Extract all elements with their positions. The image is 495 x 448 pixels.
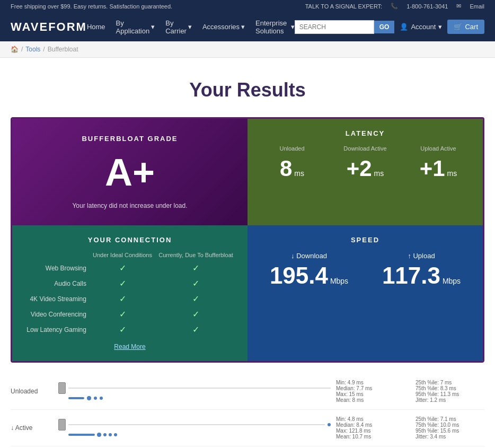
stat-details-download: Min: 4.8 ms 25th %ile: 7.1 ms Median: 8.… bbox=[336, 416, 484, 440]
logo[interactable]: WAVEFORM bbox=[11, 20, 87, 34]
search-bar: GO bbox=[295, 20, 395, 34]
latency-upload-value: +1 bbox=[420, 156, 445, 181]
upload-value: 117.3 bbox=[382, 262, 440, 288]
latency-unloaded: Unloaded 8 ms bbox=[258, 145, 326, 181]
stat-median-1: Median: 8.4 ms bbox=[336, 422, 405, 428]
stat-max-0: Max: 15 ms bbox=[336, 391, 405, 397]
connection-row-label: 4K Video Streaming bbox=[24, 292, 89, 306]
chevron-down-icon: ▾ bbox=[438, 23, 442, 31]
stat-row-unloaded: Unloaded Min: 4.9 ms 25th %ile: 7 ms bbox=[11, 373, 484, 410]
check-icon: ✓ bbox=[192, 310, 199, 319]
latency-title: LATENCY bbox=[258, 129, 472, 137]
upload-direction: ↑ Upload bbox=[370, 252, 472, 260]
top-bar-right: TALK TO A SIGNAL EXPERT: 📞 1-800-761-304… bbox=[305, 3, 484, 10]
check-icon: ✓ bbox=[119, 294, 126, 303]
breadcrumb-tools[interactable]: Tools bbox=[25, 46, 40, 53]
check-icon: ✓ bbox=[119, 325, 126, 334]
breadcrumb-home[interactable]: 🏠 bbox=[11, 46, 19, 53]
table-row: Web Browsing ✓ ✓ bbox=[24, 261, 236, 275]
stat-75th-0: 75th %ile: 8.3 ms bbox=[416, 385, 484, 391]
connection-title: YOUR CONNECTION bbox=[23, 236, 237, 244]
latency-unloaded-value: 8 bbox=[280, 156, 292, 181]
grade-description: Your latency did not increase under load… bbox=[72, 202, 187, 209]
stat-row-download: ↓ Active Min: 4.8 ms bbox=[11, 410, 484, 446]
check-icon: ✓ bbox=[192, 294, 199, 303]
stat-chart-unloaded bbox=[58, 382, 331, 400]
connection-row-label: Web Browsing bbox=[24, 261, 89, 275]
latency-download-label: Download Active bbox=[331, 145, 399, 152]
stat-label-unloaded: Unloaded bbox=[11, 388, 53, 395]
breadcrumb-separator: / bbox=[21, 46, 23, 53]
latency-grid: Unloaded 8 ms Download Active +2 ms Uplo… bbox=[258, 145, 472, 181]
check-icon: ✓ bbox=[192, 325, 199, 334]
download-value: 195.4 bbox=[270, 262, 328, 288]
chevron-down-icon: ▾ bbox=[241, 23, 245, 31]
breadcrumb-separator-2: / bbox=[43, 46, 45, 53]
speed-panel: SPEED ↓ Download 195.4 Mbps ↑ Upload 117… bbox=[248, 225, 483, 361]
stat-label-download: ↓ Active bbox=[11, 424, 53, 432]
stat-median-0: Median: 7.7 ms bbox=[336, 385, 405, 391]
latency-download-value: +2 bbox=[347, 156, 372, 181]
chevron-down-icon: ▾ bbox=[291, 23, 295, 31]
email-link[interactable]: Email bbox=[470, 3, 484, 10]
download-direction: ↓ Download bbox=[258, 252, 360, 260]
phone-link[interactable]: 1-800-761-3041 bbox=[406, 3, 448, 10]
table-row: 4K Video Streaming ✓ ✓ bbox=[24, 292, 236, 306]
nav-by-carrier[interactable]: By Carrier ▾ bbox=[165, 19, 192, 35]
user-icon: 👤 bbox=[400, 23, 408, 31]
nav-right: GO 👤 Account ▾ 🛒 Cart bbox=[295, 20, 484, 34]
chevron-down-icon: ▾ bbox=[188, 23, 192, 31]
phone-label: TALK TO A SIGNAL EXPERT: bbox=[305, 3, 383, 10]
connection-row-label: Low Latency Gaming bbox=[24, 322, 89, 337]
read-more-link[interactable]: Read More bbox=[23, 343, 237, 350]
nav-links: Home By Application ▾ By Carrier ▾ Acces… bbox=[87, 19, 295, 35]
latency-download-unit: ms bbox=[374, 169, 384, 178]
table-row: Audio Calls ✓ ✓ bbox=[24, 276, 236, 291]
page-title: Your Results bbox=[11, 79, 484, 101]
nav-accessories[interactable]: Accessories ▾ bbox=[202, 23, 245, 31]
connection-col2: Currently, Due To Bufferbloat bbox=[156, 250, 236, 260]
grade-panel: BUFFERBLOAT GRADE A+ Your latency did no… bbox=[12, 119, 248, 225]
connection-col1: Under Ideal Conditions bbox=[90, 250, 155, 260]
account-button[interactable]: 👤 Account ▾ bbox=[400, 23, 442, 31]
check-icon: ✓ bbox=[119, 310, 126, 319]
top-bar: Free shipping over $99. Easy returns. Sa… bbox=[0, 0, 495, 12]
stat-95th-0: 95th %ile: 11.3 ms bbox=[416, 391, 484, 397]
upload-unit: Mbps bbox=[443, 277, 461, 285]
latency-download-active: Download Active +2 ms bbox=[331, 145, 399, 181]
stat-details-unloaded: Min: 4.9 ms 25th %ile: 7 ms Median: 7.7 … bbox=[336, 380, 484, 403]
stat-mean-1: Mean: 10.7 ms bbox=[336, 434, 405, 440]
latency-unloaded-unit: ms bbox=[294, 169, 304, 178]
connection-table: Under Ideal Conditions Currently, Due To… bbox=[23, 249, 237, 338]
check-icon: ✓ bbox=[192, 263, 199, 273]
stat-min-1: Min: 4.8 ms bbox=[336, 416, 405, 422]
stat-25th-0: 25th %ile: 7 ms bbox=[416, 380, 484, 385]
stat-25th-1: 25th %ile: 7.1 ms bbox=[416, 416, 484, 422]
stat-max-1: Max: 121.8 ms bbox=[336, 428, 405, 434]
speed-title: SPEED bbox=[258, 236, 472, 244]
search-button[interactable]: GO bbox=[374, 21, 395, 33]
connection-row-label: Audio Calls bbox=[24, 276, 89, 291]
stat-jitter-0: Jitter: 1.2 ms bbox=[416, 397, 484, 403]
grade-value: A+ bbox=[105, 153, 155, 191]
download-unit: Mbps bbox=[330, 277, 348, 285]
latency-upload-active: Upload Active +1 ms bbox=[404, 145, 472, 181]
stats-section: Unloaded Min: 4.9 ms 25th %ile: 7 ms bbox=[11, 373, 484, 448]
check-icon: ✓ bbox=[119, 279, 126, 288]
main-nav: WAVEFORM Home By Application ▾ By Carrie… bbox=[0, 12, 495, 41]
nav-home[interactable]: Home bbox=[87, 23, 105, 31]
phone-icon: 📞 bbox=[391, 3, 398, 10]
nav-by-application[interactable]: By Application ▾ bbox=[116, 19, 155, 35]
chevron-down-icon: ▾ bbox=[151, 23, 155, 31]
nav-enterprise[interactable]: Enterprise Solutions ▾ bbox=[255, 19, 295, 35]
table-row: Video Conferencing ✓ ✓ bbox=[24, 307, 236, 321]
speed-grid: ↓ Download 195.4 Mbps ↑ Upload 117.3 Mbp… bbox=[258, 252, 472, 289]
stat-jitter-1: Jitter: 3.4 ms bbox=[416, 434, 484, 440]
check-icon: ✓ bbox=[119, 263, 126, 273]
speed-upload: ↑ Upload 117.3 Mbps bbox=[370, 252, 472, 289]
results-container: BUFFERBLOAT GRADE A+ Your latency did no… bbox=[11, 117, 484, 363]
check-icon: ✓ bbox=[192, 279, 199, 288]
cart-button[interactable]: 🛒 Cart bbox=[447, 20, 484, 34]
search-input[interactable] bbox=[295, 20, 374, 34]
stat-min-0: Min: 4.9 ms bbox=[336, 380, 405, 385]
